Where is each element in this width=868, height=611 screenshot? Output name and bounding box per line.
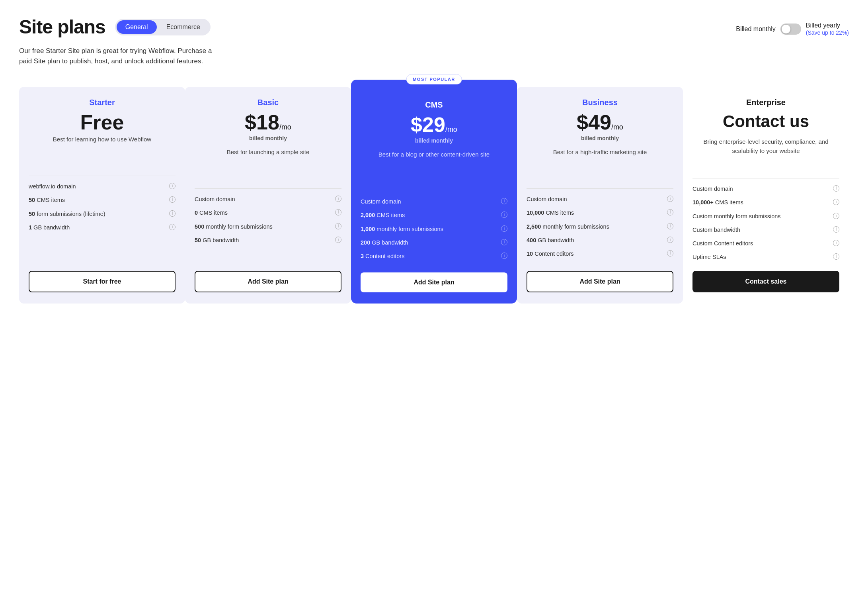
billing-yearly-label: Billed yearly [806, 22, 840, 29]
list-item: 400 GB bandwidth i [527, 236, 673, 244]
list-item: 2,000 CMS items i [361, 211, 507, 219]
list-item: webflow.io domain i [29, 182, 176, 190]
list-item: 1,000 monthly form submissions i [361, 225, 507, 233]
list-item: 500 monthly form submissions i [195, 223, 341, 231]
business-price: $49/mo [527, 112, 673, 133]
business-price-main: $49 [577, 111, 611, 134]
info-icon[interactable]: i [667, 223, 673, 229]
business-features: Custom domain i 10,000 CMS items i 2,500… [527, 195, 673, 261]
cms-price-main: $29 [411, 113, 445, 136]
list-item: 2,500 monthly form submissions i [527, 223, 673, 231]
business-price-mo: /mo [611, 123, 623, 131]
basic-desc: Best for launching a simple site [195, 148, 341, 176]
plan-basic: Basic $18/mo billed monthly Best for lau… [185, 87, 351, 304]
info-icon[interactable]: i [501, 239, 507, 245]
info-icon[interactable]: i [335, 209, 341, 215]
business-desc: Best for a high-traffic marketing site [527, 148, 673, 176]
feature-text: 50 GB bandwidth [195, 236, 333, 244]
business-cta-button[interactable]: Add Site plan [527, 271, 673, 292]
feature-text: 1,000 monthly form submissions [361, 225, 499, 233]
info-icon[interactable]: i [833, 253, 839, 260]
basic-price-mo: /mo [279, 123, 291, 131]
list-item: Custom domain i [692, 185, 839, 193]
feature-text: 2,500 monthly form submissions [527, 223, 665, 231]
cms-name: CMS [361, 100, 507, 110]
tab-general[interactable]: General [117, 20, 157, 34]
feature-text: 50 CMS items [29, 196, 167, 204]
plan-type-toggle: General Ecommerce [115, 19, 211, 35]
list-item: 3 Content editors i [361, 252, 507, 260]
enterprise-desc: Bring enterprise-level security, complia… [692, 137, 839, 165]
info-icon[interactable]: i [501, 212, 507, 218]
info-icon[interactable]: i [833, 226, 839, 233]
list-item: Custom domain i [195, 195, 341, 203]
list-item: 10,000 CMS items i [527, 209, 673, 217]
feature-text: 50 form submissions (lifetime) [29, 210, 167, 218]
cms-desc: Best for a blog or other content-driven … [361, 150, 507, 178]
info-icon[interactable]: i [335, 196, 341, 202]
list-item: Custom bandwidth i [692, 226, 839, 234]
list-item: 200 GB bandwidth i [361, 239, 507, 247]
info-icon[interactable]: i [833, 199, 839, 205]
feature-text: Custom monthly form submissions [692, 212, 831, 220]
page-title: Site plans [19, 16, 105, 38]
info-icon[interactable]: i [169, 210, 176, 217]
starter-cta-button[interactable]: Start for free [29, 271, 176, 292]
info-icon[interactable]: i [833, 213, 839, 219]
feature-text: Custom domain [527, 195, 665, 203]
info-icon[interactable]: i [833, 240, 839, 246]
plan-enterprise: Enterprise Contact us Bring enterprise-l… [683, 87, 849, 304]
billing-save-label: (Save up to 22%) [806, 29, 849, 36]
basic-cta-button[interactable]: Add Site plan [195, 271, 341, 292]
info-icon[interactable]: i [667, 250, 673, 257]
plan-cms: MOST POPULAR CMS $29/mo billed monthly B… [351, 80, 517, 304]
info-icon[interactable]: i [833, 185, 839, 192]
info-icon[interactable]: i [667, 209, 673, 215]
basic-price-main: $18 [245, 111, 279, 134]
enterprise-price-main: Contact us [692, 112, 839, 131]
info-icon[interactable]: i [169, 224, 176, 230]
business-billed: billed monthly [527, 135, 673, 141]
feature-text: 400 GB bandwidth [527, 236, 665, 244]
info-icon[interactable]: i [501, 253, 507, 259]
list-item: 0 CMS items i [195, 209, 341, 217]
info-icon[interactable]: i [667, 196, 673, 202]
list-item: 50 form submissions (lifetime) i [29, 210, 176, 218]
toggle-knob [782, 25, 790, 33]
feature-text: 10,000 CMS items [527, 209, 665, 217]
basic-billed: billed monthly [195, 135, 341, 141]
basic-features: Custom domain i 0 CMS items i 500 monthl… [195, 195, 341, 261]
list-item: Custom domain i [361, 198, 507, 206]
business-name: Business [527, 98, 673, 107]
list-item: 1 GB bandwidth i [29, 223, 176, 231]
feature-text: 0 CMS items [195, 209, 333, 217]
starter-name: Starter [29, 98, 176, 107]
info-icon[interactable]: i [335, 237, 341, 243]
feature-text: 1 GB bandwidth [29, 223, 167, 231]
info-icon[interactable]: i [501, 198, 507, 204]
feature-text: Custom Content editors [692, 239, 831, 247]
list-item: Custom Content editors i [692, 239, 839, 247]
starter-desc: Best for learning how to use Webflow [29, 135, 176, 163]
tab-ecommerce[interactable]: Ecommerce [158, 20, 209, 34]
info-icon[interactable]: i [335, 223, 341, 229]
feature-text: Uptime SLAs [692, 253, 831, 261]
list-item: Custom monthly form submissions i [692, 212, 839, 220]
list-item: 50 CMS items i [29, 196, 176, 204]
basic-name: Basic [195, 98, 341, 107]
list-item: 50 GB bandwidth i [195, 236, 341, 244]
page-subtitle: Our free Starter Site plan is great for … [19, 46, 226, 66]
billing-toggle[interactable] [780, 24, 801, 35]
info-icon[interactable]: i [501, 225, 507, 232]
info-icon[interactable]: i [169, 196, 176, 203]
billing-toggle-row: Billed monthly Billed yearly (Save up to… [736, 22, 849, 36]
starter-features: webflow.io domain i 50 CMS items i 50 fo… [29, 182, 176, 261]
info-icon[interactable]: i [169, 183, 176, 189]
cms-cta-button[interactable]: Add Site plan [361, 272, 507, 292]
enterprise-cta-button[interactable]: Contact sales [692, 271, 839, 292]
most-popular-badge: MOST POPULAR [406, 74, 462, 84]
info-icon[interactable]: i [667, 237, 673, 243]
feature-text: Custom domain [361, 198, 499, 206]
enterprise-features: Custom domain i 10,000+ CMS items i Cust… [692, 185, 839, 261]
cms-price: $29/mo [361, 114, 507, 135]
